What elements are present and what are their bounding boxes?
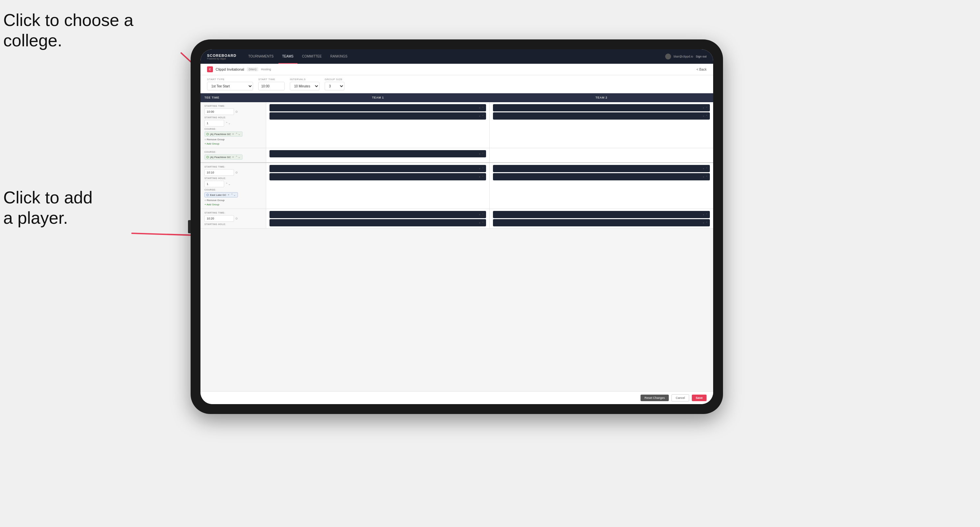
player-slot[interactable]: × ⌃ [493, 104, 710, 111]
team2-slots-1: × ⌃ × ⌃ [490, 102, 713, 148]
annotation-add-player: Click to add a player. [3, 187, 93, 229]
player-slot[interactable]: × ⌃ [269, 113, 486, 120]
player-slot[interactable]: × ⌃ [269, 150, 486, 157]
nav-items: TOURNAMENTS TEAMS COMMITTEE RANKINGS [244, 49, 665, 64]
clippd-logo-icon: C [207, 67, 213, 72]
nav-committee[interactable]: COMMITTEE [298, 49, 326, 64]
brand-title: SCOREBOARD [207, 54, 236, 57]
player-slot[interactable]: × ⌃ [269, 211, 486, 218]
tee-table-header: Tee Time Team 1 Team 2 [200, 93, 713, 102]
group-row: STARTING TIME: ⊙ STARTING HOLE: ⌃⌄ COURS… [200, 102, 713, 148]
player-slot[interactable]: × ⌃ [493, 219, 710, 226]
team1-slots-sub: × ⌃ [266, 148, 490, 162]
group-size-label: Group Size [325, 78, 344, 81]
nav-teams[interactable]: TEAMS [278, 49, 298, 64]
tournament-name: Clippd Invitational [216, 67, 244, 71]
hosting-label: Hosting [261, 68, 271, 71]
nav-right: blair@clippd.io Sign out [665, 54, 706, 59]
group-left-2: STARTING TIME: ⊙ STARTING HOLE: ⌃⌄ COURS… [200, 163, 266, 209]
remove-group-link-2[interactable]: ○ Remove Group [204, 199, 262, 202]
add-group-link-2[interactable]: + Add Group [204, 203, 262, 206]
annotation-choose-college: Click to choose a college. [3, 10, 134, 51]
group-left-1: STARTING TIME: ⊙ STARTING HOLE: ⌃⌄ COURS… [200, 102, 266, 148]
team2-slots-2: × ⌃ × ⌃ [490, 163, 713, 209]
nav-rankings[interactable]: RANKINGS [326, 49, 351, 64]
scoreboard-logo: SCOREBOARD Powered by clippd [207, 54, 236, 60]
course-badge-1[interactable]: ⬡ (A) Peachtree GC × ⌃⌄ [204, 132, 243, 137]
player-slot[interactable]: × ⌃ [493, 173, 710, 180]
starting-time-input-3[interactable] [204, 215, 234, 222]
brand-sub: Powered by clippd [207, 57, 236, 60]
group-left-3: STARTING TIME: ⊙ STARTING HOLE: [200, 209, 266, 229]
col-team1: Team 1 [266, 93, 490, 102]
starting-hole-input-1[interactable] [204, 120, 224, 127]
user-avatar [665, 54, 671, 59]
main-content[interactable]: STARTING TIME: ⊙ STARTING HOLE: ⌃⌄ COURS… [200, 102, 713, 391]
player-slot[interactable]: × ⌃ [269, 173, 486, 180]
remove-group-link-1[interactable]: ○ Remove Group [204, 138, 262, 141]
player-slot[interactable]: × ⌃ [493, 113, 710, 120]
sign-out-link[interactable]: Sign out [696, 55, 706, 58]
group-row-sub: COURSE: ⬡ (A) Peachtree GC × ⌃⌄ × ⌃ [200, 148, 713, 163]
reset-changes-button[interactable]: Reset Changes [641, 395, 669, 401]
player-slot[interactable]: × ⌃ [493, 165, 710, 172]
team1-slots-1: × ⌃ × ⌃ [266, 102, 490, 148]
cancel-button[interactable]: Cancel [671, 394, 689, 402]
starting-hole-label: STARTING HOLE: [204, 116, 262, 119]
course-badge-2[interactable]: ⬡ East Lake GC × ⌃⌄ [204, 192, 238, 197]
team1-slots-2: × ⌃ × ⌃ [266, 163, 490, 209]
team1-slots-3: × ⌃ × ⌃ [266, 209, 490, 229]
player-slot[interactable]: × ⌃ [269, 219, 486, 226]
back-button[interactable]: < Back [696, 68, 706, 71]
col-tee-time: Tee Time [200, 93, 266, 102]
add-group-link-1[interactable]: + Add Group [204, 142, 262, 145]
intervals-group: Intervals 10 Minutes [290, 78, 320, 90]
group-row-3: STARTING TIME: ⊙ STARTING HOLE: × ⌃ × ⌃ [200, 209, 713, 229]
player-slot[interactable]: × ⌃ [269, 104, 486, 111]
team2-slots-sub [490, 148, 713, 162]
starting-time-input-2[interactable] [204, 169, 234, 176]
nav-tournaments[interactable]: TOURNAMENTS [244, 49, 277, 64]
group-size-select[interactable]: 3 [325, 82, 344, 90]
intervals-label: Intervals [290, 78, 320, 81]
start-type-select[interactable]: 1st Tee Start [207, 82, 253, 90]
footer-bar: Reset Changes Cancel Save [200, 391, 713, 404]
form-bar: Start Type 1st Tee Start Start Time Inte… [200, 75, 713, 93]
breadcrumb-left: C Clippd Invitational (Men) Hosting [207, 67, 271, 72]
tablet-screen: SCOREBOARD Powered by clippd TOURNAMENTS… [200, 49, 713, 404]
tablet-frame: SCOREBOARD Powered by clippd TOURNAMENTS… [191, 40, 723, 414]
col-team2: Team 2 [490, 93, 713, 102]
course-label-sub: COURSE: [204, 151, 262, 153]
team2-slots-3: × ⌃ × ⌃ [490, 209, 713, 229]
starting-time-label: STARTING TIME: [204, 105, 262, 107]
group-size-group: Group Size 3 [325, 78, 344, 90]
starting-hole-input-2[interactable] [204, 181, 224, 187]
gender-badge: (Men) [247, 67, 259, 71]
start-type-group: Start Type 1st Tee Start [207, 78, 253, 90]
player-slot[interactable]: × ⌃ [269, 165, 486, 172]
start-type-label: Start Type [207, 78, 253, 81]
tablet-side-button [188, 220, 191, 233]
breadcrumb-bar: C Clippd Invitational (Men) Hosting < Ba… [200, 64, 713, 75]
start-time-input[interactable] [258, 82, 285, 90]
course-label-1: COURSE: [204, 128, 262, 130]
save-button[interactable]: Save [692, 395, 706, 401]
top-navigation: SCOREBOARD Powered by clippd TOURNAMENTS… [200, 49, 713, 64]
starting-time-input-1[interactable] [204, 108, 234, 115]
player-slot[interactable]: × ⌃ [493, 211, 710, 218]
user-email: blair@clippd.io [674, 55, 693, 58]
group-left-sub: COURSE: ⬡ (A) Peachtree GC × ⌃⌄ [200, 148, 266, 162]
start-time-group: Start Time [258, 78, 285, 90]
start-time-label: Start Time [258, 78, 285, 81]
group-row-2: STARTING TIME: ⊙ STARTING HOLE: ⌃⌄ COURS… [200, 163, 713, 209]
intervals-select[interactable]: 10 Minutes [290, 82, 320, 90]
course-badge-sub[interactable]: ⬡ (A) Peachtree GC × ⌃⌄ [204, 154, 243, 160]
